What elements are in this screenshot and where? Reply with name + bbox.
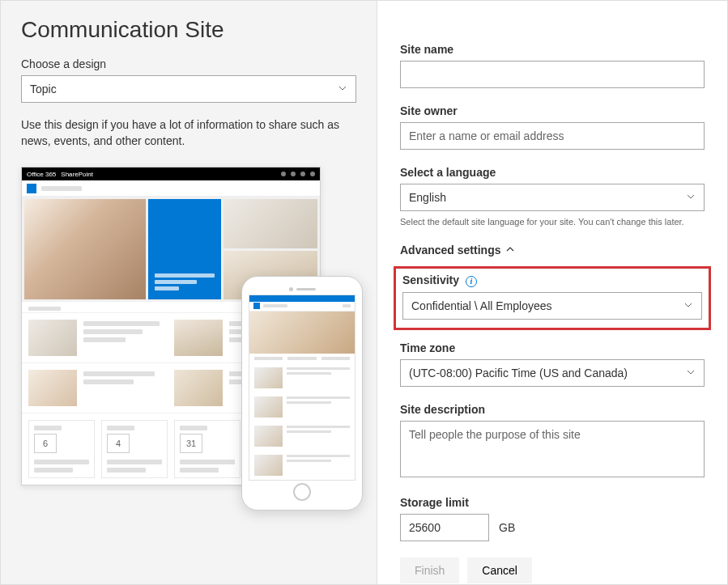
storage-unit: GB (499, 521, 515, 534)
timezone-select[interactable]: (UTC-08:00) Pacific Time (US and Canada) (400, 359, 705, 387)
sensitivity-select-value: Confidential \ All Employees (411, 299, 552, 312)
language-select[interactable]: English (400, 184, 705, 211)
preview-area: Office 365 SharePoint (21, 167, 356, 507)
design-select-value: Topic (30, 83, 57, 95)
finish-button[interactable]: Finish (400, 557, 459, 583)
description-label: Site description (400, 403, 705, 416)
preview-topbar: Office 365 SharePoint (22, 167, 320, 180)
cancel-button[interactable]: Cancel (467, 557, 532, 583)
preview-app-label2: SharePoint (61, 171, 93, 178)
chevron-down-icon (338, 83, 347, 95)
info-icon[interactable]: i (466, 276, 477, 287)
timezone-select-value: (UTC-08:00) Pacific Time (US and Canada) (409, 367, 628, 379)
site-owner-input[interactable] (400, 122, 705, 150)
site-name-input[interactable] (400, 61, 705, 88)
phone-preview (241, 276, 363, 511)
description-textarea[interactable] (400, 421, 705, 477)
sensitivity-label: Sensitivity i (402, 273, 702, 286)
language-label: Select a language (400, 166, 705, 179)
advanced-settings-toggle[interactable]: Advanced settings (400, 244, 705, 256)
home-button-icon (293, 483, 311, 501)
timezone-label: Time zone (400, 341, 705, 354)
site-logo-icon (253, 303, 260, 309)
advanced-settings-label: Advanced settings (400, 244, 500, 256)
storage-label: Storage limit (400, 496, 705, 509)
chevron-down-icon (686, 367, 696, 379)
site-name-label: Site name (400, 43, 705, 56)
sensitivity-highlight: Sensitivity i Confidential \ All Employe… (394, 266, 711, 329)
chevron-down-icon (686, 191, 696, 204)
design-select[interactable]: Topic (21, 75, 356, 103)
preview-app-label: Office 365 (27, 171, 56, 178)
preview-header (22, 180, 320, 197)
event-date: 4 (107, 434, 130, 453)
right-panel: Site name Site owner Select a language E… (377, 1, 727, 584)
storage-input[interactable] (400, 514, 489, 541)
language-select-value: English (409, 191, 446, 204)
site-owner-label: Site owner (400, 104, 705, 117)
page-title: Communication Site (21, 17, 356, 43)
sensitivity-select[interactable]: Confidential \ All Employees (402, 292, 702, 320)
chevron-down-icon (683, 299, 693, 312)
left-panel: Communication Site Choose a design Topic… (1, 1, 377, 584)
event-date: 31 (180, 434, 202, 453)
language-help-text: Select the default site language for you… (400, 216, 705, 227)
design-description: Use this design if you have a lot of inf… (21, 117, 356, 149)
site-logo-icon (27, 184, 36, 193)
chevron-up-icon (505, 244, 515, 256)
event-date: 6 (34, 434, 57, 453)
design-label: Choose a design (21, 57, 356, 70)
